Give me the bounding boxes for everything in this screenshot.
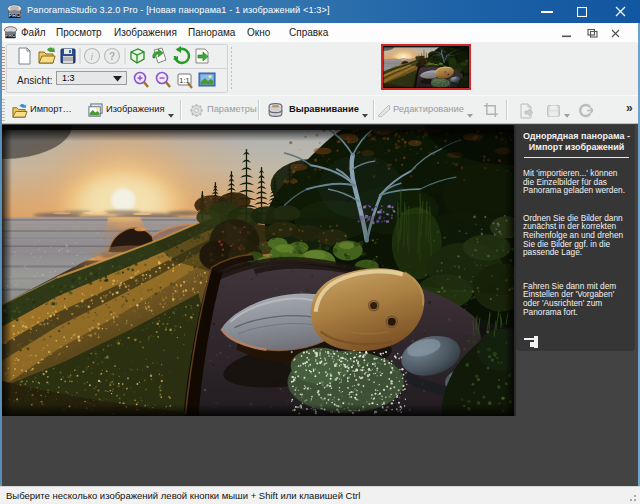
svg-text:i: i [91,51,94,62]
svg-text:?: ? [109,51,115,62]
